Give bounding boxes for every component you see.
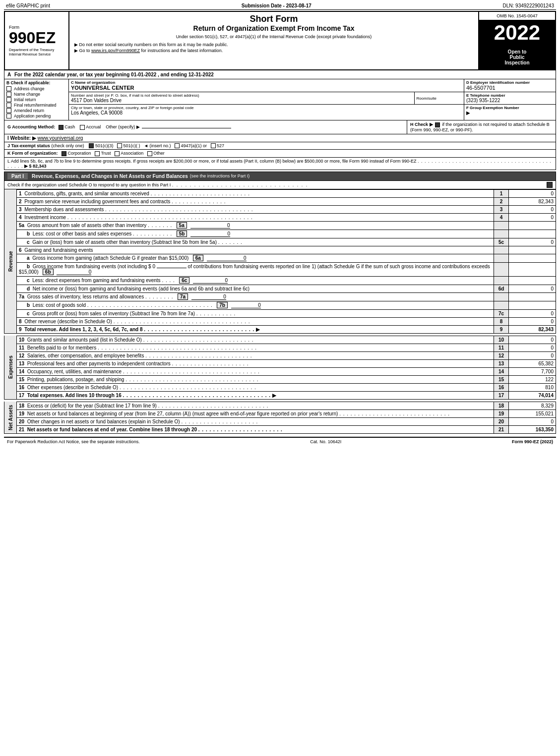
- phone-label: E Telephone number: [466, 93, 554, 98]
- line-7a-label: 7a Gross sales of inventory, less return…: [17, 292, 494, 301]
- room-suite-label: Room/suite: [417, 96, 462, 101]
- line-19-num: 19: [494, 409, 509, 417]
- dept-info: Department of the Treasury Internal Reve…: [9, 48, 64, 57]
- line-11-num: 11: [494, 344, 509, 351]
- subtitle: Under section 501(c), 527, or 4947(a)(1)…: [74, 34, 473, 39]
- line-3-num: 3: [494, 205, 509, 213]
- line-4-label: 4 Investment income . . . . . . . . . . …: [17, 213, 494, 221]
- line-5b-subval: 0: [190, 231, 230, 237]
- assoc-label: Association: [121, 151, 143, 156]
- website-url: www.youniversal.org: [38, 135, 83, 141]
- application-pending-label: Application pending: [14, 114, 51, 118]
- line-2-value: 82,343: [509, 197, 556, 205]
- footer-left: For Paperwork Reduction Act Notice, see …: [7, 439, 140, 444]
- line-21-label: 21 Net assets or fund balances at end of…: [17, 425, 494, 433]
- address-change-checkbox[interactable]: [6, 86, 11, 91]
- section-b-label: B Check if applicable:: [6, 80, 66, 85]
- check-final-return[interactable]: Final return/terminated: [6, 103, 66, 108]
- line-5c-label: c Gain or (loss) from sale of assets oth…: [17, 238, 494, 246]
- 527-label: 527: [217, 143, 224, 148]
- website-label: I Website: ▶: [7, 135, 36, 141]
- line-17-label: 17 Total expenses. Add lines 10 through …: [17, 391, 494, 399]
- name-change-label: Name change: [14, 92, 40, 97]
- other-value: [142, 128, 231, 128]
- line-20-value: 0: [509, 417, 556, 425]
- line-18-label: 18 Excess or (deficit) for the year (Sub…: [17, 402, 494, 409]
- org-address: 4517 Don Valdes Drive: [71, 98, 412, 103]
- amended-return-checkbox[interactable]: [6, 108, 11, 113]
- line-5a-sub: 5a: [177, 222, 187, 229]
- check-address-change[interactable]: Address change: [6, 86, 66, 91]
- accrual-checkbox[interactable]: [80, 125, 85, 130]
- org-city: Los Angeles, CA 90008: [71, 110, 462, 116]
- year-box: 2022: [479, 20, 555, 45]
- other-org-checkbox[interactable]: [147, 151, 152, 156]
- check-h-checkbox[interactable]: [435, 122, 440, 127]
- 4947-label: 4947(a)(1) or: [181, 143, 207, 148]
- 527-checkbox[interactable]: [211, 143, 216, 148]
- accrual-label: Accrual: [86, 124, 101, 129]
- line-14-value: 7,700: [509, 367, 556, 375]
- schedule-o-check-note: Check if the organization used Schedule …: [7, 182, 308, 187]
- check-amended-return[interactable]: Amended return: [6, 108, 66, 113]
- line-6a-subval: 0: [207, 255, 247, 261]
- 501c-checkbox[interactable]: [117, 143, 122, 148]
- line-5b-label: b Less: cost or other basis and sales ex…: [17, 230, 494, 238]
- footer-right: Form 990-EZ (2022): [512, 439, 553, 444]
- section-l-value: ▶ $ 82,343: [24, 164, 47, 169]
- line-6c-label: c Less: direct expenses from gaming and …: [17, 276, 494, 285]
- phone-value: (323) 935-1222: [466, 98, 554, 103]
- line-20-label: 20 Other changes in net assets or fund b…: [17, 417, 494, 425]
- line-1-value: 0: [509, 189, 556, 197]
- 4947-checkbox[interactable]: [175, 143, 180, 148]
- 501c3-label: 501(c)(3): [95, 143, 114, 148]
- 501c3-checkbox[interactable]: [89, 143, 94, 148]
- check-application-pending[interactable]: Application pending: [6, 114, 66, 118]
- line-13-num: 13: [494, 359, 509, 367]
- corp-checkbox[interactable]: [62, 151, 66, 156]
- dln-number: DLN: 93492229001243: [503, 3, 554, 8]
- line-16-value: 810: [509, 383, 556, 391]
- schedule-o-checkbox[interactable]: [547, 182, 553, 188]
- line-6a-sub: 6a: [193, 255, 203, 261]
- line-15-value: 122: [509, 375, 556, 383]
- line-8-label: 8 Other revenue (describe in Schedule O)…: [17, 317, 494, 325]
- line-5a-empty: [494, 221, 509, 230]
- line-14-num: 14: [494, 367, 509, 375]
- line-3-value: 0: [509, 205, 556, 213]
- line-7c-label: c Gross profit or (loss) from sales of i…: [17, 309, 494, 317]
- line-5c-num: 5c: [494, 238, 509, 246]
- line-7c-num: 7c: [494, 309, 509, 317]
- line-10-value: 0: [509, 336, 556, 344]
- line-16-label: 16 Other expenses (describe in Schedule …: [17, 383, 494, 391]
- tax-status-note: (check only one): [51, 143, 84, 148]
- final-return-checkbox[interactable]: [6, 103, 11, 108]
- form-org-label: K Form of organization:: [7, 151, 58, 156]
- line-6-label: 6 Gaming and fundraising events: [17, 246, 494, 254]
- line-2-label: 2 Program service revenue including gove…: [17, 197, 494, 205]
- trust-checkbox[interactable]: [95, 151, 100, 156]
- name-change-checkbox[interactable]: [6, 92, 11, 97]
- line-7c-value: 0: [509, 309, 556, 317]
- assoc-checkbox[interactable]: [115, 151, 120, 156]
- check-name-change[interactable]: Name change: [6, 92, 66, 97]
- check-initial-return[interactable]: Initial return: [6, 97, 66, 102]
- ein-label: D Employer identification number: [466, 80, 554, 85]
- trust-label: Trust: [101, 151, 111, 156]
- line-17-num: 17: [494, 391, 509, 399]
- line-6b-label: b Gross income from fundraising events (…: [17, 262, 494, 276]
- short-form-title: Short Form: [74, 14, 473, 24]
- line-3-label: 3 Membership dues and assessments . . . …: [17, 205, 494, 213]
- return-title: Return of Organization Exempt From Incom…: [74, 24, 473, 32]
- part-i-note: (see the instructions for Part I): [190, 174, 250, 178]
- line-21-num: 21: [494, 425, 509, 433]
- cash-checkbox[interactable]: [59, 125, 63, 130]
- line-9-num: 9: [494, 325, 509, 333]
- application-pending-checkbox[interactable]: [6, 114, 11, 118]
- org-name: YOUNIVERSAL CENTER: [71, 85, 462, 91]
- line-15-num: 15: [494, 375, 509, 383]
- line-8-value: 0: [509, 317, 556, 325]
- line-18-num: 18: [494, 402, 509, 409]
- initial-return-checkbox[interactable]: [6, 97, 11, 102]
- address-change-label: Address change: [14, 86, 44, 91]
